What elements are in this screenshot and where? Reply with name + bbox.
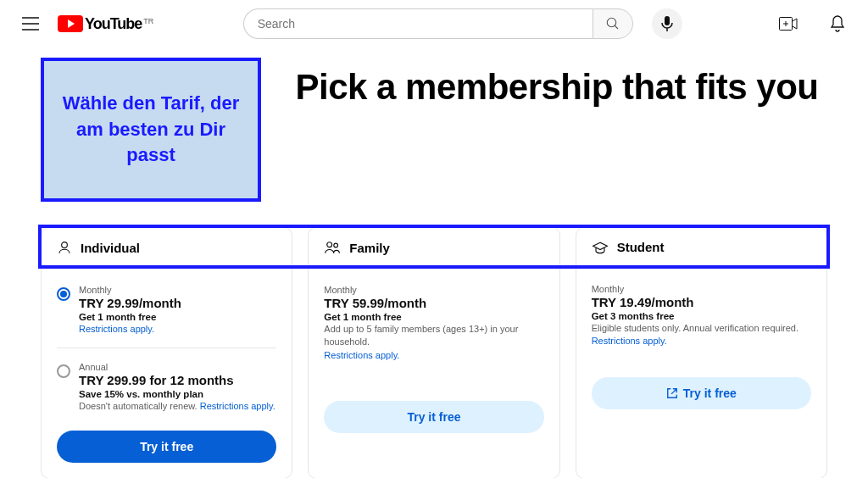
search-icon bbox=[605, 16, 620, 31]
youtube-play-icon bbox=[58, 15, 83, 32]
restrictions-link[interactable]: Restrictions apply. bbox=[324, 350, 399, 360]
graduation-cap-icon bbox=[592, 241, 609, 254]
plan-header: Family bbox=[309, 228, 559, 268]
menu-button[interactable] bbox=[14, 7, 47, 41]
svg-point-3 bbox=[62, 242, 68, 248]
voice-search-button[interactable] bbox=[652, 8, 682, 39]
billing-label: Monthly bbox=[324, 285, 543, 295]
try-free-button[interactable]: Try it free bbox=[592, 377, 811, 409]
try-free-button[interactable]: Try it free bbox=[324, 401, 543, 433]
svg-rect-1 bbox=[665, 16, 670, 25]
price: TRY 59.99/month bbox=[324, 296, 543, 310]
desc: Doesn't automatically renew. Restriction… bbox=[79, 400, 276, 413]
svg-point-5 bbox=[334, 243, 338, 247]
plans-row: Individual Monthly TRY 29.99/month Get 1… bbox=[41, 227, 827, 478]
plan-header: Individual bbox=[42, 228, 292, 268]
header: YouTube TR bbox=[0, 0, 868, 47]
radio-monthly[interactable] bbox=[57, 287, 70, 301]
billing-label: Monthly bbox=[79, 285, 276, 295]
restrictions-link[interactable]: Restrictions apply. bbox=[592, 336, 667, 346]
microphone-icon bbox=[661, 16, 673, 31]
person-icon bbox=[57, 240, 72, 255]
search-button[interactable] bbox=[593, 8, 633, 39]
hamburger-icon bbox=[22, 17, 39, 31]
youtube-logo[interactable]: YouTube TR bbox=[58, 15, 153, 33]
logo-text: YouTube bbox=[85, 15, 142, 33]
bell-icon bbox=[830, 15, 845, 32]
plan-card-student: Student Monthly TRY 19.49/month Get 3 mo… bbox=[576, 227, 827, 478]
svg-point-4 bbox=[327, 242, 332, 247]
desc: Restrictions apply. bbox=[79, 323, 276, 336]
create-icon bbox=[779, 17, 798, 31]
people-icon bbox=[324, 240, 341, 255]
price: TRY 299.99 for 12 months bbox=[79, 373, 276, 387]
restrictions-link[interactable]: Restrictions apply. bbox=[79, 324, 154, 334]
plan-option-monthly: Monthly TRY 19.49/month Get 3 months fre… bbox=[592, 279, 811, 353]
promo: Get 1 month free bbox=[79, 312, 276, 322]
annotation-box: Wähle den Tarif, der am besten zu Dir pa… bbox=[41, 58, 261, 202]
main-content: Wähle den Tarif, der am besten zu Dir pa… bbox=[0, 47, 868, 478]
plan-body: Monthly TRY 19.49/month Get 3 months fre… bbox=[576, 267, 826, 425]
divider bbox=[57, 347, 276, 348]
promo: Get 3 months free bbox=[592, 311, 811, 321]
plan-body: Monthly TRY 29.99/month Get 1 month free… bbox=[42, 268, 292, 478]
svg-point-0 bbox=[607, 18, 616, 27]
plan-option-annual[interactable]: Annual TRY 299.99 for 12 months Save 15%… bbox=[57, 357, 276, 418]
plan-option-monthly: Monthly TRY 59.99/month Get 1 month free… bbox=[324, 280, 543, 367]
plan-option-monthly[interactable]: Monthly TRY 29.99/month Get 1 month free… bbox=[57, 280, 276, 341]
billing-label: Annual bbox=[79, 362, 276, 372]
page-title: Pick a membership that fits you bbox=[287, 64, 827, 111]
desc: Add up to 5 family members (ages 13+) in… bbox=[324, 323, 543, 362]
plan-card-family: Family Monthly TRY 59.99/month Get 1 mon… bbox=[308, 227, 559, 478]
billing-label: Monthly bbox=[592, 284, 811, 294]
logo-region: TR bbox=[143, 17, 153, 25]
plan-name: Individual bbox=[81, 241, 140, 255]
promo: Save 15% vs. monthly plan bbox=[79, 389, 276, 399]
plan-body: Monthly TRY 59.99/month Get 1 month free… bbox=[309, 268, 559, 448]
notifications-button[interactable] bbox=[821, 7, 854, 41]
desc: Eligible students only. Annual verificat… bbox=[592, 322, 811, 348]
try-free-button[interactable]: Try it free bbox=[57, 431, 276, 463]
create-button[interactable] bbox=[771, 7, 805, 41]
annotation-text: Wähle den Tarif, der am besten zu Dir pa… bbox=[57, 91, 245, 169]
radio-annual[interactable] bbox=[57, 364, 70, 378]
plan-header: Student bbox=[576, 228, 826, 267]
header-actions bbox=[771, 7, 854, 41]
hero: Wähle den Tarif, der am besten zu Dir pa… bbox=[41, 58, 827, 202]
search-input[interactable] bbox=[243, 8, 593, 39]
promo: Get 1 month free bbox=[324, 312, 543, 322]
external-link-icon bbox=[666, 387, 678, 399]
plan-name: Family bbox=[349, 241, 390, 255]
plan-name: Student bbox=[617, 240, 665, 254]
search-container bbox=[243, 8, 633, 39]
price: TRY 19.49/month bbox=[592, 295, 811, 309]
price: TRY 29.99/month bbox=[79, 296, 276, 310]
restrictions-link[interactable]: Restrictions apply. bbox=[200, 401, 275, 411]
plan-card-individual: Individual Monthly TRY 29.99/month Get 1… bbox=[41, 227, 292, 478]
